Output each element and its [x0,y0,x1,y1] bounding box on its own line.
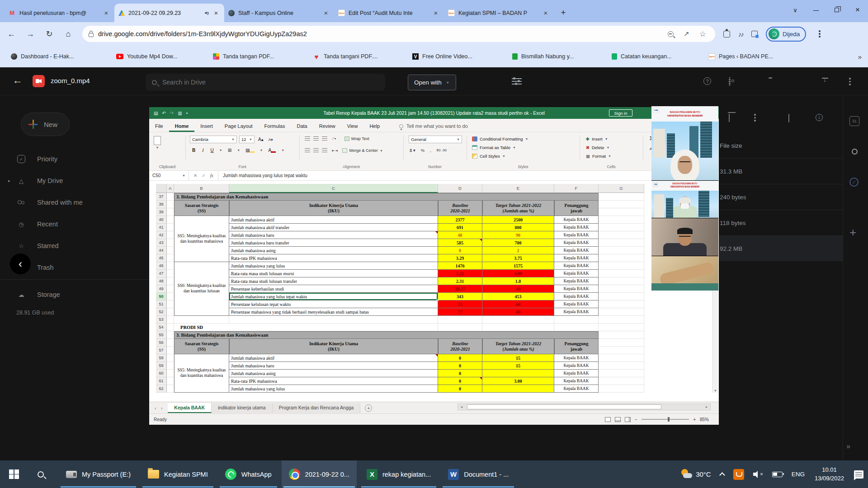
cell[interactable] [599,254,644,262]
responsible-cell[interactable]: Kepala BAAK [554,262,599,270]
ribbon-tab-review[interactable]: Review [313,121,341,132]
tab-close-icon[interactable]: × [432,9,440,17]
row-number[interactable]: 47 [156,270,167,277]
sidebar-item-shared[interactable]: Shared with me [17,198,83,206]
cell[interactable] [167,331,174,339]
target-cell[interactable]: 1575 [482,262,554,270]
new-tab-button[interactable]: + [557,6,570,19]
address-bar[interactable]: drive.google.com/drive/folders/1m-E3n9lX… [82,26,715,42]
home-button[interactable]: ⌂ [61,26,76,42]
cell[interactable] [554,324,599,331]
target-cell[interactable]: 453 [482,293,554,300]
tell-me-box[interactable]: Tell me what you want to do [399,123,468,132]
profile-button[interactable]: Dijeda [766,27,806,42]
responsible-cell[interactable]: Kepala BAAK [554,385,599,393]
row-number[interactable]: 52 [156,308,167,316]
row-number[interactable]: 39 [156,208,167,216]
baseline-cell[interactable]: 48 [438,231,482,239]
cell[interactable] [167,208,174,216]
ribbon-tab-home[interactable]: Home [169,121,195,132]
row-number[interactable]: 62 [156,385,167,393]
cell[interactable] [167,277,174,285]
row-number[interactable]: 53 [156,316,167,324]
cell[interactable] [599,193,644,201]
cell[interactable] [599,300,644,308]
column-header-B[interactable]: B [174,184,229,193]
taskbar-button[interactable]: 2021-09-22 0... [282,460,357,488]
row-number[interactable]: 56 [156,339,167,347]
cell[interactable] [599,239,644,247]
baseline-cell[interactable]: 691 [438,224,482,231]
restore-button[interactable] [826,0,847,20]
cell[interactable] [167,308,174,316]
bookmark-item[interactable]: bpmPages ‹ BADAN PE... [708,53,773,60]
cell[interactable] [599,231,644,239]
reload-button[interactable]: ↻ [42,26,57,42]
playlist-extension-icon[interactable]: ♪♪ [738,30,743,38]
cell[interactable] [167,370,174,377]
cell[interactable] [599,347,644,354]
cell[interactable] [167,270,174,277]
cell[interactable] [599,262,644,270]
target-cell[interactable]: 2500 [482,216,554,224]
wrap-text-button[interactable]: Wrap Text [344,136,369,141]
target-cell[interactable]: 3.75 [482,254,554,262]
info-icon[interactable]: i [816,114,823,121]
baseline-cell[interactable]: 0 [438,370,482,377]
responsible-cell[interactable]: Kepala BAAK [554,362,599,370]
cell[interactable] [599,277,644,285]
align-top-icon[interactable] [305,136,310,141]
cell[interactable] [599,285,644,293]
row-number[interactable]: 61 [156,377,167,385]
tab-close-icon[interactable]: × [542,9,550,17]
cell[interactable] [599,201,644,208]
ribbon-tab-view[interactable]: View [341,121,364,132]
cell[interactable] [167,193,174,201]
volume-muted-icon[interactable]: × [749,460,768,488]
cell[interactable] [167,300,174,308]
video-player[interactable]: ▤ ↶ ↷ ▥ • Tabel Renop Kepala BAAK 23 Jul… [149,107,719,425]
start-button[interactable] [0,460,28,488]
baseline-cell[interactable]: 77 [438,308,482,316]
responsible-cell[interactable]: Kepala BAAK [554,377,599,385]
tasks-icon[interactable]: ✓ [849,178,859,187]
cell[interactable] [167,347,174,354]
cell-styles-button[interactable]: Cell Styles▼ [472,152,528,160]
responsible-cell[interactable]: Kepala BAAK [554,224,599,231]
cell[interactable] [167,231,174,239]
cell[interactable] [167,201,174,208]
cell[interactable] [438,324,482,331]
cell[interactable] [167,293,174,300]
increase-decimal-icon[interactable]: €0 .00 [437,148,447,152]
zoom-out-button[interactable]: − [635,417,637,422]
column-header-C[interactable]: C [229,184,438,193]
cell[interactable] [167,262,174,270]
iku-cell[interactable]: Jumlah mahasiswa aktif [229,216,438,224]
section-header-cell[interactable]: 3. Bidang Pembelajaran dan Kemahasiswaan [174,331,599,339]
cell[interactable] [599,377,644,385]
sign-in-button[interactable]: Sign in [609,109,632,117]
drive-search-bar[interactable]: Search in Drive [146,74,385,91]
baseline-cell[interactable]: 30.27 [438,285,482,293]
target-cell[interactable]: 3.00 [482,377,554,385]
percent-icon[interactable]: % [421,148,425,153]
responsible-cell[interactable]: Kepala BAAK [554,285,599,293]
cell[interactable] [599,370,644,377]
cell[interactable] [599,293,644,300]
taskbar-button[interactable]: Kegiatan SPMI [141,460,215,488]
zoom-level[interactable]: 85% [700,417,712,422]
bookmark-item[interactable]: VFree Online Video... [412,53,472,60]
cell[interactable] [554,316,599,324]
horizontal-scrollbar[interactable]: ◂▸ [458,404,711,410]
target-cell[interactable]: 15 [482,354,554,362]
sidebar-item-starred[interactable]: ☆Starred [17,242,59,250]
baseline-cell[interactable]: 0 [438,385,482,393]
responsible-cell[interactable]: Kepala BAAK [554,354,599,362]
cell[interactable] [599,324,644,331]
cell[interactable] [229,316,438,324]
cell[interactable] [174,316,229,324]
cell[interactable] [599,339,644,347]
minimize-button[interactable]: — [806,0,826,20]
grid-view-icon[interactable] [788,114,789,122]
settings-gear-icon[interactable] [729,78,731,85]
